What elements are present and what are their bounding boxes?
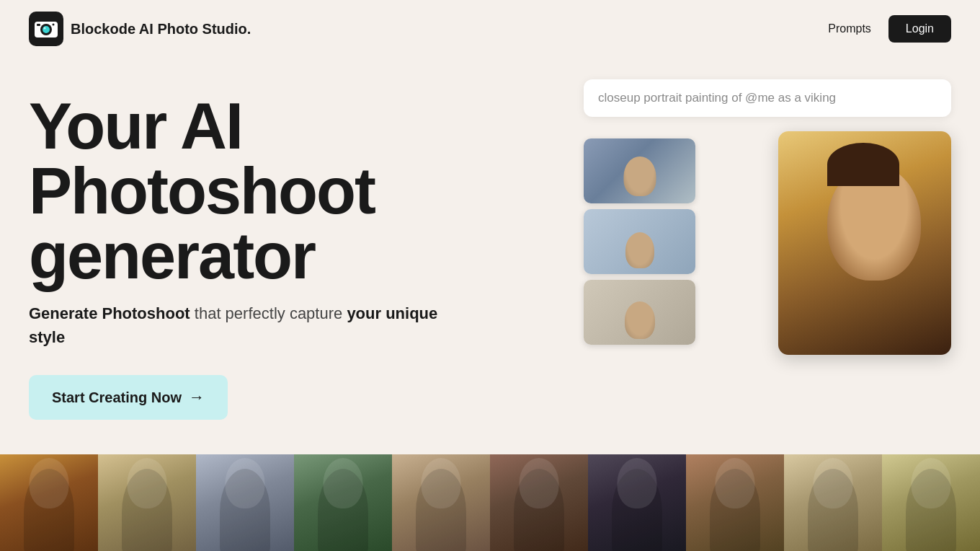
headline-line1: Your AI — [29, 90, 242, 162]
gallery-item — [490, 454, 588, 551]
hero-left: Your AI Photoshoot generator Generate Ph… — [29, 87, 461, 420]
gallery-image-1 — [0, 454, 98, 551]
nav-right: Prompts Login — [828, 15, 951, 43]
svg-rect-6 — [37, 24, 40, 26]
source-photos-stack — [584, 138, 695, 345]
subheadline-text: that perfectly capture — [195, 304, 347, 322]
gallery-image-4 — [294, 454, 392, 551]
svg-point-4 — [43, 26, 50, 33]
gallery-image-5 — [392, 454, 490, 551]
cta-button[interactable]: Start Creating Now → — [29, 375, 228, 420]
login-button[interactable]: Login — [888, 15, 951, 43]
headline-line3: generator — [29, 220, 315, 292]
svg-point-7 — [53, 24, 55, 26]
navbar: Blockode AI Photo Studio. Prompts Login — [0, 0, 980, 58]
hero-right: closeup portrait painting of @me as a vi… — [576, 79, 951, 362]
prompts-link[interactable]: Prompts — [828, 22, 871, 35]
hero-section: Your AI Photoshoot generator Generate Ph… — [0, 58, 980, 440]
gallery-image-9 — [784, 454, 882, 551]
cta-arrow-icon: → — [189, 388, 205, 407]
gallery-image-2 — [98, 454, 196, 551]
svg-point-5 — [44, 27, 46, 30]
gallery-image-6 — [490, 454, 588, 551]
gallery-item — [588, 454, 686, 551]
logo-icon — [29, 12, 63, 46]
source-photo-1 — [584, 138, 695, 203]
brand-name: Blockode AI Photo Studio. — [71, 21, 251, 38]
gallery-item — [294, 454, 392, 551]
hero-headline: Your AI Photoshoot generator — [29, 94, 461, 288]
gallery-item — [392, 454, 490, 551]
bottom-gallery — [0, 454, 980, 551]
gallery-image-8 — [686, 454, 784, 551]
gallery-item — [196, 454, 294, 551]
cta-label: Start Creating Now — [52, 389, 182, 406]
hero-subheadline: Generate Photoshoot that perfectly captu… — [29, 301, 461, 349]
headline-line2: Photoshoot — [29, 155, 375, 227]
gallery-item — [784, 454, 882, 551]
gallery-image-10 — [882, 454, 980, 551]
generated-photo-inner — [778, 131, 951, 355]
subheadline-bold1: Generate Photoshoot — [29, 304, 190, 322]
prompt-box: closeup portrait painting of @me as a vi… — [584, 79, 951, 117]
gallery-item — [686, 454, 784, 551]
source-photo-2 — [584, 209, 695, 274]
generated-photo-large — [778, 131, 951, 355]
source-photo-3 — [584, 280, 695, 345]
gallery-item — [882, 454, 980, 551]
logo-area: Blockode AI Photo Studio. — [29, 12, 251, 46]
prompt-text: closeup portrait painting of @me as a vi… — [598, 91, 836, 105]
gallery-item — [0, 454, 98, 551]
gallery-item — [98, 454, 196, 551]
gallery-image-3 — [196, 454, 294, 551]
photos-collage — [576, 131, 951, 362]
gallery-image-7 — [588, 454, 686, 551]
